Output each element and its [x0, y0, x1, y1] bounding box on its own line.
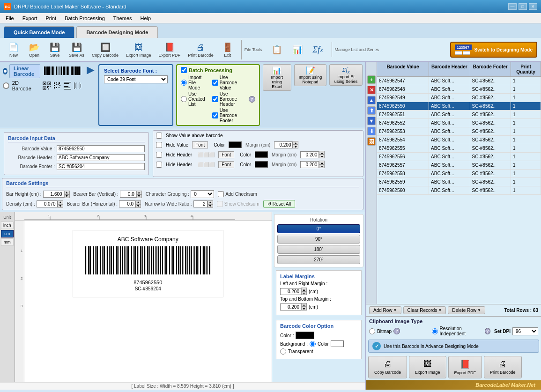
barcode-value-input[interactable] — [57, 145, 145, 152]
bar-height-up[interactable]: ▲ — [64, 191, 70, 194]
margin1-up[interactable]: ▲ — [293, 141, 298, 145]
margin2-down[interactable]: ▼ — [319, 155, 325, 158]
import-excel-button[interactable]: 📊 Import using Excel — [263, 64, 291, 91]
table-icon-btn[interactable]: 📋 — [267, 42, 287, 57]
delete-row-dropdown[interactable]: Delete Row — [448, 306, 485, 314]
table-row[interactable]: 8745962560 ABC Soft... SC-#8562.. 1 — [377, 186, 541, 195]
clipboard-help2[interactable]: ? — [485, 328, 490, 334]
unit-cm-button[interactable]: cm — [1, 230, 14, 237]
import-file-mode-option[interactable]: Import File Mode — [181, 75, 207, 90]
reset-all-button[interactable]: ↺ Reset All — [263, 200, 295, 208]
table-row[interactable]: 8745962557 ABC Soft... SC-#8562.. 1 — [377, 161, 541, 170]
table-row[interactable]: 8745962553 ABC Soft... SC-#8562.. 1 — [377, 127, 541, 136]
move-down-button[interactable]: ▼ — [367, 117, 376, 125]
hide-value-color-swatch[interactable] — [229, 141, 242, 148]
unit-inch-button[interactable]: inch — [1, 222, 14, 229]
delete-row-button[interactable]: ✕ — [367, 86, 376, 94]
import-series-button[interactable]: Σfx Import Ef using Series — [329, 64, 363, 86]
use-barcode-footer-option[interactable]: Use Barcode Footer — [212, 108, 243, 123]
unit-mm-button[interactable]: mm — [1, 238, 14, 246]
margin2-up[interactable]: ▲ — [319, 151, 325, 155]
use-footer-checkbox[interactable] — [212, 112, 218, 118]
bg-color-swatch[interactable] — [331, 340, 344, 347]
menu-help[interactable]: Help — [137, 15, 155, 22]
menu-batch[interactable]: Batch Processing — [61, 15, 109, 22]
table-row[interactable]: 8745962549 ABC Soft... SC-#8562.. 1 — [377, 94, 541, 102]
move-bottom-button[interactable]: ⬇ — [367, 127, 376, 135]
save-as-button[interactable]: 💾 Save As — [66, 40, 88, 59]
show-checksum-checkbox[interactable] — [217, 201, 223, 207]
menu-themes[interactable]: Themes — [110, 15, 136, 22]
table-row[interactable]: 8745962551 ABC Soft... SC-#8562.. 1 — [377, 111, 541, 119]
linear-radio[interactable] — [3, 68, 7, 74]
margin2-input[interactable] — [300, 151, 319, 158]
tb-margin-field[interactable] — [280, 303, 301, 311]
exit-button[interactable]: 🚪 Exit — [218, 40, 237, 59]
rotation-90-button[interactable]: 90° — [277, 235, 360, 244]
move-up-button[interactable]: ▲ — [367, 96, 376, 104]
list-icon-btn[interactable]: 📊 — [288, 42, 307, 57]
use-created-radio[interactable] — [181, 96, 187, 102]
margin1-input[interactable] — [274, 141, 293, 148]
menu-file[interactable]: File — [2, 15, 18, 22]
clear-records-dropdown[interactable]: Clear Records — [403, 306, 446, 314]
new-button[interactable]: 📄 New — [4, 40, 23, 59]
show-value-checkbox[interactable] — [156, 133, 162, 139]
header-font-button[interactable]: Font — [218, 151, 234, 158]
batch-help-button[interactable]: ? — [249, 96, 255, 103]
export-pdf-action[interactable]: 📕 Export PDF — [448, 356, 482, 378]
export-image-action[interactable]: 🖼 Export Image — [409, 356, 446, 378]
lr-margin-field[interactable] — [280, 288, 301, 295]
add-row-dropdown[interactable]: Add Row — [369, 306, 401, 314]
move-top-button[interactable]: ⬆ — [367, 106, 376, 115]
tb-down[interactable]: ▼ — [301, 307, 307, 311]
margin3-input[interactable] — [300, 161, 319, 168]
table-row[interactable]: 8745962558 ABC Soft... SC-#8562.. 1 — [377, 170, 541, 178]
twod-barcode-option[interactable]: 2D Barcode — [3, 80, 82, 91]
density-field[interactable] — [37, 200, 58, 207]
margin3-up[interactable]: ▲ — [319, 161, 325, 164]
table-row[interactable]: 8745962550 ABC Soft... SC-#8562.. 1 — [377, 102, 541, 111]
resolution-radio[interactable] — [432, 328, 438, 334]
print-barcode-button[interactable]: 🖨 Print Barcode — [185, 40, 217, 59]
clipboard-help1[interactable]: ? — [393, 328, 400, 334]
rotation-0-button[interactable]: 0° — [277, 224, 360, 233]
table-row[interactable]: 8745962556 ABC Soft... SC-#8562.. 1 — [377, 153, 541, 161]
narrow-ratio-down[interactable]: ▼ — [208, 204, 213, 208]
tb-up[interactable]: ▲ — [301, 303, 307, 307]
minimize-button[interactable]: — — [508, 3, 517, 10]
footer-color-swatch[interactable] — [255, 161, 268, 168]
switch-to-designing-button[interactable]: 123567 Switch to Designing Mode — [450, 42, 537, 58]
import-file-radio[interactable] — [181, 80, 187, 86]
table-row[interactable]: 8745962548 ABC Soft... SC-#8562.. 1 — [377, 85, 541, 94]
bitmap-radio[interactable] — [369, 328, 375, 334]
margin3-down[interactable]: ▼ — [319, 164, 325, 168]
import-notepad-button[interactable]: 📝 Import using Notepad — [294, 64, 326, 86]
use-value-checkbox[interactable] — [212, 80, 218, 86]
add-row-button[interactable]: + — [367, 75, 376, 84]
twod-radio[interactable] — [3, 82, 9, 89]
menu-export[interactable]: Export — [19, 15, 41, 22]
image-button[interactable]: 🖼 — [367, 137, 376, 146]
rotation-270-button[interactable]: 270° — [277, 255, 360, 264]
table-row[interactable]: 8745962552 ABC Soft... SC-#8562.. 1 — [377, 119, 541, 127]
bearer-h-down[interactable]: ▼ — [135, 204, 141, 208]
save-button[interactable]: 💾 Save — [45, 40, 65, 59]
bg-color-radio[interactable] — [310, 341, 316, 347]
lr-up[interactable]: ▲ — [301, 288, 307, 291]
barcode-header-input[interactable] — [57, 154, 145, 161]
bearer-v-field[interactable] — [120, 191, 136, 198]
bearer-v-down[interactable]: ▼ — [136, 194, 142, 198]
table-row[interactable]: 8745962559 ABC Soft... SC-#8562.. 1 — [377, 178, 541, 186]
bar-height-field[interactable] — [43, 191, 64, 198]
use-created-list-option[interactable]: Use Created List — [181, 91, 207, 107]
use-header-checkbox[interactable] — [212, 96, 218, 102]
hide-footer-checkbox[interactable] — [156, 162, 162, 168]
bearer-v-up[interactable]: ▲ — [136, 191, 142, 194]
transparent-radio[interactable] — [280, 348, 286, 355]
bar-height-down[interactable]: ▼ — [64, 194, 70, 198]
color-option-swatch[interactable] — [296, 332, 314, 339]
hide-value-font-button[interactable]: Font — [192, 141, 208, 148]
export-image-button[interactable]: 🖼 Export Image — [123, 40, 155, 59]
open-button[interactable]: 📂 Open — [24, 40, 44, 59]
